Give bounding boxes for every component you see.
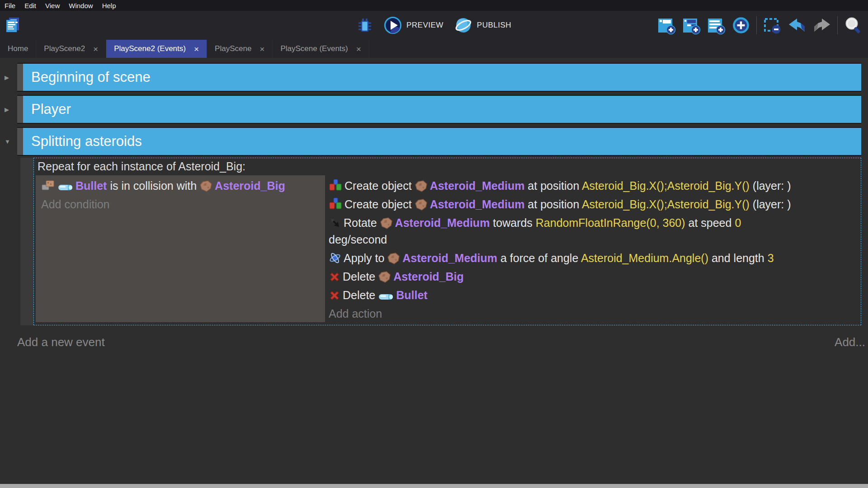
expression: Asteroid_Big.X();Asteroid_Big.Y() bbox=[582, 198, 750, 211]
object-name: Asteroid_Big bbox=[393, 270, 464, 283]
close-icon[interactable] bbox=[194, 45, 199, 53]
sentence-text: (layer: ) bbox=[750, 179, 791, 192]
create-object-icon bbox=[329, 196, 342, 213]
sentence-text: a force of angle bbox=[497, 252, 581, 264]
bullet-icon bbox=[58, 178, 73, 194]
object-name: Asteroid_Medium bbox=[402, 252, 497, 264]
group-title: Beginning of scene bbox=[31, 69, 151, 85]
asteroid-icon bbox=[378, 268, 391, 285]
action-row[interactable]: Create object Asteroid_Medium at positio… bbox=[329, 196, 850, 213]
remove-selection-icon[interactable] bbox=[763, 16, 782, 35]
add-circle-icon[interactable] bbox=[731, 16, 750, 35]
action-row[interactable]: Apply to Asteroid_Medium a force of angl… bbox=[329, 250, 850, 267]
publish-button[interactable]: PUBLISH bbox=[454, 16, 511, 34]
asteroid-icon bbox=[415, 178, 428, 194]
event-group-player[interactable]: Player bbox=[17, 96, 861, 123]
menu-item-window[interactable]: Window bbox=[69, 2, 93, 9]
menu-item-view[interactable]: View bbox=[45, 2, 60, 9]
tab-home[interactable]: Home bbox=[0, 40, 36, 58]
gdevelop-window: File Edit View Window Help PREVIEW PUBLI… bbox=[0, 0, 868, 488]
sentence-text: Delete bbox=[343, 289, 378, 301]
search-icon[interactable] bbox=[844, 16, 863, 35]
expand-arrow-icon[interactable] bbox=[5, 74, 9, 81]
menu-item-file[interactable]: File bbox=[5, 2, 15, 9]
delete-icon bbox=[329, 287, 340, 304]
play-icon bbox=[384, 16, 402, 34]
add-event-icon[interactable] bbox=[657, 16, 676, 35]
sentence-text: Delete bbox=[343, 270, 378, 283]
preview-label: PREVIEW bbox=[406, 21, 443, 30]
repeat-for-each-event[interactable]: Repeat for each instance of Asteroid_Big… bbox=[33, 158, 861, 325]
tab-playscene[interactable]: PlayScene bbox=[207, 40, 273, 58]
add-condition-button[interactable]: Add condition bbox=[41, 196, 321, 213]
close-icon[interactable] bbox=[356, 45, 361, 53]
tab-bar: Home PlayScene2 PlayScene2 (Events) Play… bbox=[0, 40, 868, 58]
project-manager-icon[interactable] bbox=[5, 17, 21, 33]
toolbar-separator bbox=[756, 16, 757, 34]
group-title: Player bbox=[31, 101, 71, 117]
collapse-arrow-icon[interactable] bbox=[5, 138, 10, 145]
group-children: Repeat for each instance of Asteroid_Big… bbox=[20, 158, 861, 325]
action-row[interactable]: Delete Asteroid_Big bbox=[329, 268, 850, 285]
conditions-panel: Bullet is in collision with Asteroid_Big… bbox=[36, 175, 325, 322]
sentence-text: (layer: ) bbox=[750, 198, 791, 211]
add-more-button[interactable]: Add... bbox=[835, 335, 865, 349]
object-name: Bullet bbox=[396, 289, 427, 301]
undo-icon[interactable] bbox=[788, 17, 807, 33]
tab-label: PlayScene2 (Events) bbox=[114, 44, 186, 53]
asteroid-icon bbox=[200, 178, 212, 194]
close-icon[interactable] bbox=[93, 45, 98, 53]
delete-icon bbox=[329, 268, 340, 285]
preview-button[interactable]: PREVIEW bbox=[384, 16, 443, 34]
event-group-splitting-asteroids[interactable]: Splitting asteroids bbox=[17, 128, 861, 155]
collision-icon bbox=[41, 178, 56, 194]
sentence-text: at speed bbox=[685, 216, 735, 229]
condition-row[interactable]: Bullet is in collision with Asteroid_Big bbox=[41, 178, 321, 194]
sentence-text: at position bbox=[524, 179, 581, 192]
toolbar-separator bbox=[837, 16, 838, 34]
tab-playscene-events[interactable]: PlayScene (Events) bbox=[273, 40, 369, 58]
object-name: Asteroid_Medium bbox=[430, 179, 525, 192]
action-row[interactable]: Delete Bullet bbox=[329, 287, 850, 304]
action-row[interactable]: Create object Asteroid_Medium at positio… bbox=[329, 178, 850, 194]
force-icon bbox=[329, 250, 341, 267]
menu-item-help[interactable]: Help bbox=[102, 2, 116, 9]
horizontal-scrollbar[interactable] bbox=[0, 484, 868, 488]
expression: Asteroid_Big.X();Asteroid_Big.Y() bbox=[582, 179, 750, 192]
events-sheet: Beginning of scene Player Splitting aste… bbox=[0, 58, 868, 484]
sentence-text: Create object bbox=[344, 198, 415, 211]
globe-icon bbox=[454, 16, 472, 34]
debug-icon[interactable] bbox=[357, 17, 373, 33]
add-subevent-icon[interactable] bbox=[682, 16, 701, 35]
object-name: Asteroid_Big bbox=[215, 179, 285, 192]
redo-icon[interactable] bbox=[812, 17, 831, 33]
action-row[interactable]: Rotate Asteroid_Medium towards RandomFlo… bbox=[329, 215, 850, 248]
add-new-event-button[interactable]: Add a new event bbox=[17, 335, 105, 349]
repeat-event-header[interactable]: Repeat for each instance of Asteroid_Big… bbox=[36, 160, 859, 175]
create-object-icon bbox=[329, 178, 342, 194]
object-name: Asteroid_Medium bbox=[395, 216, 490, 229]
menu-item-edit[interactable]: Edit bbox=[24, 2, 36, 9]
expand-arrow-icon[interactable] bbox=[5, 106, 9, 113]
object-name: Bullet bbox=[75, 179, 107, 192]
expression: Asteroid_Medium.Angle() bbox=[581, 252, 708, 264]
bullet-icon bbox=[378, 287, 394, 304]
tab-label: PlayScene (Events) bbox=[280, 44, 348, 53]
tab-label: PlayScene bbox=[215, 44, 251, 53]
sentence-text: Rotate bbox=[344, 216, 380, 229]
close-icon[interactable] bbox=[259, 45, 264, 53]
add-comment-icon[interactable] bbox=[707, 16, 726, 35]
toolbar: PREVIEW PUBLISH bbox=[0, 11, 868, 40]
sentence-text: towards bbox=[490, 216, 535, 229]
sentence-text: is in collision with bbox=[107, 179, 200, 192]
tab-label: PlayScene2 bbox=[44, 44, 85, 53]
add-action-button[interactable]: Add action bbox=[329, 305, 850, 322]
event-group-beginning-of-scene[interactable]: Beginning of scene bbox=[17, 64, 861, 91]
sentence-text: at position bbox=[524, 198, 581, 211]
tab-playscene2[interactable]: PlayScene2 bbox=[36, 40, 106, 58]
tab-playscene2-events[interactable]: PlayScene2 (Events) bbox=[106, 40, 207, 58]
sentence-text: Apply to bbox=[344, 252, 387, 264]
sentence-text: and length bbox=[708, 252, 768, 264]
rotate-icon bbox=[329, 215, 341, 231]
asteroid-icon bbox=[387, 250, 400, 267]
